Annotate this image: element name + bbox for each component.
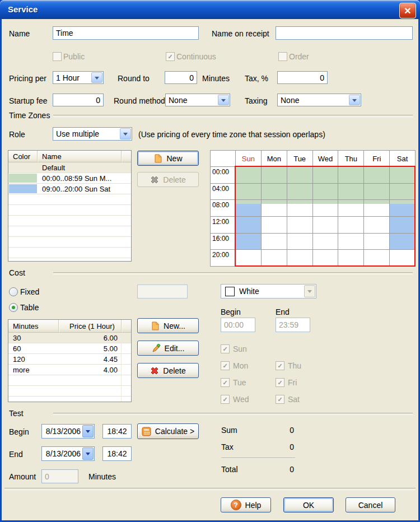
cancel-button[interactable]: Cancel: [346, 497, 395, 512]
price-row[interactable]: 605.00: [8, 343, 131, 354]
timezone-row[interactable]: [8, 216, 131, 226]
price-table[interactable]: Minutes Price (1 Hour) 306.00605.001204.…: [8, 319, 132, 402]
price-row[interactable]: [8, 386, 131, 397]
grid-cell[interactable]: [364, 184, 389, 200]
round-method-select[interactable]: None: [165, 94, 230, 106]
receipt-input[interactable]: [276, 26, 413, 40]
timezone-color-cell: [8, 194, 38, 204]
grid-cell[interactable]: [313, 184, 338, 200]
timezone-row[interactable]: [8, 248, 131, 258]
grid-cell[interactable]: [338, 200, 363, 216]
ok-button[interactable]: OK: [283, 497, 334, 512]
grid-cell[interactable]: [390, 217, 415, 233]
grid-cell[interactable]: [236, 234, 261, 250]
timezone-row[interactable]: 09:00..20:00 Sun Sat: [8, 184, 131, 194]
grid-cell[interactable]: [287, 250, 312, 266]
grid-cell[interactable]: [236, 200, 261, 216]
grid-cell[interactable]: [338, 250, 363, 266]
grid-cell[interactable]: [364, 234, 389, 250]
grid-cell[interactable]: [287, 184, 312, 200]
grid-cell[interactable]: [364, 250, 389, 266]
timezone-row[interactable]: 00:00..08:59 Sun M...: [8, 173, 131, 184]
chevron-down-icon[interactable]: [82, 448, 94, 460]
minutes-label: Minutes: [202, 74, 230, 83]
grid-cell[interactable]: [287, 200, 312, 216]
grid-cell[interactable]: [364, 217, 389, 233]
grid-cell[interactable]: [313, 250, 338, 266]
chevron-down-icon[interactable]: [120, 128, 131, 139]
begin-date-select[interactable]: 8/13/2006: [41, 424, 95, 439]
grid-cell[interactable]: [338, 167, 363, 183]
grid-cell[interactable]: [338, 217, 363, 233]
calculate-button[interactable]: Calculate >: [137, 423, 199, 439]
begin-time-input[interactable]: [102, 424, 132, 439]
fixed-radio[interactable]: [9, 287, 18, 296]
price-edit-button[interactable]: Edit...: [137, 341, 199, 356]
grid-cell[interactable]: [236, 167, 261, 183]
timezone-name: [38, 258, 131, 262]
chevron-down-icon[interactable]: [349, 95, 360, 105]
grid-cell[interactable]: [338, 234, 363, 250]
grid-cell[interactable]: [262, 217, 287, 233]
grid-cell[interactable]: [364, 200, 389, 216]
grid-cell[interactable]: [338, 184, 363, 200]
price-new-button[interactable]: New...: [137, 318, 199, 333]
grid-cell[interactable]: [236, 250, 261, 266]
grid-cell[interactable]: [364, 167, 389, 183]
timezone-row[interactable]: [8, 237, 131, 248]
grid-cell[interactable]: [262, 250, 287, 266]
grid-cell[interactable]: [390, 167, 415, 183]
tax-input[interactable]: [277, 71, 328, 84]
timezone-row[interactable]: [8, 258, 131, 262]
grid-cell[interactable]: [287, 167, 312, 183]
grid-cell[interactable]: [313, 167, 338, 183]
chevron-down-icon[interactable]: [91, 72, 102, 83]
table-radio[interactable]: [9, 303, 18, 312]
totals-divider: [221, 458, 295, 458]
timezone-list[interactable]: Color Name Default00:00..08:59 Sun M...0…: [8, 150, 132, 262]
grid-cell[interactable]: [390, 250, 415, 266]
chevron-down-icon[interactable]: [82, 425, 94, 437]
end-time-input[interactable]: [102, 446, 132, 461]
grid-cell[interactable]: [390, 234, 415, 250]
timezone-row[interactable]: [8, 194, 131, 205]
grid-cell[interactable]: [313, 200, 338, 216]
timezone-row[interactable]: [8, 226, 131, 237]
grid-cell[interactable]: [262, 200, 287, 216]
price-delete-button[interactable]: Delete: [137, 363, 199, 378]
taxing-select[interactable]: None: [277, 94, 361, 106]
timezone-row[interactable]: [8, 205, 131, 216]
grid-cell[interactable]: [313, 234, 338, 250]
grid-cell[interactable]: [262, 184, 287, 200]
timezone-row[interactable]: Default: [8, 162, 131, 173]
price-row[interactable]: more4.00: [8, 365, 131, 375]
timezone-new-button[interactable]: New: [137, 151, 199, 166]
round-to-input[interactable]: [165, 71, 197, 84]
grid-time-label: 12:00: [211, 217, 235, 233]
role-select[interactable]: Use multiple: [53, 127, 132, 141]
total-value: 0: [269, 465, 294, 474]
grid-cell[interactable]: [390, 184, 415, 200]
close-button[interactable]: ✕: [399, 3, 416, 18]
price-value: 5.00: [58, 343, 121, 353]
timezone-name: [38, 194, 131, 204]
help-button[interactable]: ? Help: [221, 497, 271, 512]
end-date-select[interactable]: 8/13/2006: [41, 446, 95, 461]
grid-cell[interactable]: [236, 217, 261, 233]
price-row[interactable]: 1204.45: [8, 354, 131, 365]
startup-fee-input[interactable]: [53, 94, 104, 106]
price-row[interactable]: 306.00: [8, 333, 131, 343]
price-row[interactable]: [8, 397, 131, 402]
price-row[interactable]: [8, 375, 131, 386]
grid-cell[interactable]: [236, 184, 261, 200]
grid-cell[interactable]: [262, 167, 287, 183]
grid-cell[interactable]: [262, 234, 287, 250]
pricing-per-select[interactable]: 1 Hour: [53, 71, 104, 84]
grid-cell[interactable]: [313, 217, 338, 233]
grid-cell[interactable]: [287, 217, 312, 233]
zone-color-select: White: [221, 284, 316, 299]
name-input[interactable]: [53, 26, 199, 40]
chevron-down-icon[interactable]: [218, 95, 229, 105]
grid-cell[interactable]: [390, 200, 415, 216]
grid-cell[interactable]: [287, 234, 312, 250]
